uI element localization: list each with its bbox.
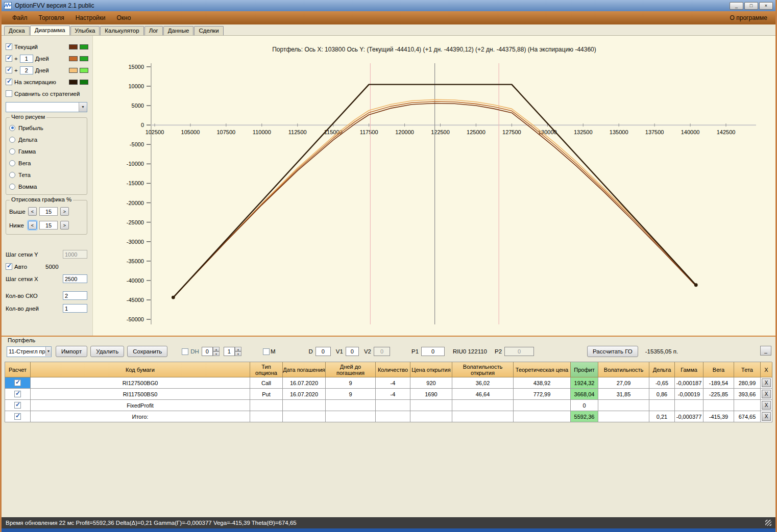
collapse-panel-button[interactable]: _ bbox=[760, 346, 771, 356]
radio-vega-icon[interactable] bbox=[9, 160, 15, 166]
plus1-color-swatch[interactable] bbox=[69, 56, 78, 61]
radio-vega[interactable]: Вега bbox=[9, 157, 84, 169]
cell-vol[interactable]: 27,09 bbox=[598, 377, 649, 389]
menu-window[interactable]: Окно bbox=[111, 13, 137, 23]
plus2-days-input[interactable] bbox=[20, 66, 33, 74]
grid-step-x-input[interactable] bbox=[63, 274, 87, 283]
cell-price[interactable]: 1690 bbox=[410, 389, 452, 400]
radio-delta-icon[interactable] bbox=[9, 137, 15, 143]
radio-gamma[interactable]: Гамма bbox=[9, 145, 84, 157]
maximize-button[interactable]: □ bbox=[744, 2, 758, 10]
dh1-down-button[interactable]: ▼ bbox=[213, 351, 220, 356]
cell-vega[interactable]: -415,39 bbox=[703, 411, 734, 422]
row-calc-checkbox[interactable] bbox=[14, 379, 21, 386]
cell-qty[interactable] bbox=[376, 411, 410, 422]
cell-theta[interactable]: 280,99 bbox=[734, 377, 761, 389]
cell-vega[interactable] bbox=[703, 400, 734, 411]
resize-grip-icon[interactable] bbox=[765, 520, 771, 526]
cell-delta[interactable]: -0,65 bbox=[649, 377, 675, 389]
radio-theta[interactable]: Тета bbox=[9, 169, 84, 181]
p1-input[interactable] bbox=[421, 347, 445, 356]
cell-theo[interactable] bbox=[514, 411, 571, 422]
below-decrease-button[interactable]: < bbox=[28, 221, 37, 230]
column-header[interactable]: X bbox=[761, 362, 772, 377]
column-header[interactable]: Профит bbox=[571, 362, 598, 377]
row-calc-cell[interactable] bbox=[5, 411, 31, 422]
chart-area[interactable]: Портфель: Ось X: 103800 Ось Y: (Текущий … bbox=[92, 36, 775, 336]
chevron-down-icon[interactable]: ▼ bbox=[79, 103, 87, 112]
cell-delta[interactable]: 0,86 bbox=[649, 389, 675, 400]
cell-code[interactable]: RI117500BS0 bbox=[31, 389, 250, 400]
radio-profit-icon[interactable] bbox=[9, 125, 15, 131]
row-calc-checkbox[interactable] bbox=[14, 391, 21, 397]
cell-price[interactable] bbox=[410, 400, 452, 411]
cell-vol_open[interactable]: 36,02 bbox=[452, 377, 514, 389]
cell-theta[interactable] bbox=[734, 400, 761, 411]
cell-vol_open[interactable]: 46,64 bbox=[452, 389, 514, 400]
days-count-input[interactable] bbox=[63, 304, 87, 313]
row-calc-cell[interactable] bbox=[5, 377, 31, 389]
cell-qty[interactable] bbox=[376, 400, 410, 411]
cell-vega[interactable]: -189,54 bbox=[703, 377, 734, 389]
delete-button[interactable]: Удалить bbox=[90, 346, 124, 357]
cell-qty[interactable]: -4 bbox=[376, 377, 410, 389]
cell-type[interactable]: Call bbox=[250, 377, 283, 389]
column-header[interactable]: Расчет bbox=[5, 362, 31, 377]
cell-delta[interactable]: 0,21 bbox=[649, 411, 675, 422]
expiration-checkbox[interactable] bbox=[6, 79, 12, 85]
minimize-button[interactable]: _ bbox=[730, 2, 743, 10]
auto-checkbox[interactable] bbox=[6, 263, 12, 270]
dh2-up-button[interactable]: ▲ bbox=[235, 347, 241, 351]
column-header[interactable]: Волатильность bbox=[598, 362, 649, 377]
cell-code[interactable]: FixedProfit bbox=[31, 400, 250, 411]
cell-profit[interactable]: 5592,36 bbox=[571, 411, 598, 422]
plus2-checkbox[interactable] bbox=[6, 67, 12, 73]
cell-type[interactable] bbox=[250, 400, 283, 411]
menu-settings[interactable]: Настройки bbox=[70, 13, 111, 23]
column-header[interactable]: Количество bbox=[376, 362, 410, 377]
calc-go-button[interactable]: Рассчитать ГО bbox=[587, 346, 638, 357]
cell-delta[interactable] bbox=[649, 400, 675, 411]
dh-value1-input[interactable] bbox=[202, 347, 213, 356]
tab-board[interactable]: Доска bbox=[4, 26, 30, 35]
below-increase-button[interactable]: > bbox=[60, 221, 69, 230]
cell-price[interactable]: 920 bbox=[410, 377, 452, 389]
column-header[interactable]: Код бумаги bbox=[31, 362, 250, 377]
cell-qty[interactable]: -4 bbox=[376, 389, 410, 400]
cell-date[interactable]: 16.07.2020 bbox=[283, 377, 326, 389]
m-checkbox[interactable] bbox=[263, 348, 270, 355]
current-checkbox[interactable] bbox=[6, 43, 12, 50]
cell-vol_open[interactable] bbox=[452, 400, 514, 411]
dh2-down-button[interactable]: ▼ bbox=[235, 351, 241, 356]
column-header[interactable]: Вега bbox=[703, 362, 734, 377]
close-button[interactable]: × bbox=[759, 2, 773, 10]
column-header[interactable]: Тип опциона bbox=[250, 362, 283, 377]
cell-days[interactable]: 9 bbox=[326, 377, 376, 389]
cell-gamma[interactable] bbox=[675, 400, 703, 411]
cell-profit[interactable]: 1924,32 bbox=[571, 377, 598, 389]
cell-vol[interactable]: 31,85 bbox=[598, 389, 649, 400]
row-delete-button[interactable]: X bbox=[762, 390, 771, 398]
current-color2-swatch[interactable] bbox=[80, 44, 88, 49]
dh-checkbox[interactable] bbox=[182, 348, 188, 355]
cell-days[interactable]: 9 bbox=[326, 389, 376, 400]
cell-price[interactable] bbox=[410, 411, 452, 422]
cell-date[interactable]: 16.07.2020 bbox=[283, 389, 326, 400]
menu-trading[interactable]: Торговля bbox=[33, 13, 70, 23]
below-value-input[interactable] bbox=[39, 221, 58, 230]
expiration-color2-swatch[interactable] bbox=[80, 80, 88, 85]
column-header[interactable]: Волатильность открытия bbox=[452, 362, 514, 377]
payoff-chart[interactable]: 150001000050000-5000-10000-15000-20000-2… bbox=[93, 55, 775, 333]
tab-smile[interactable]: Улыбка bbox=[70, 26, 100, 35]
plus1-days-input[interactable] bbox=[20, 55, 33, 63]
column-header[interactable]: Дельта bbox=[649, 362, 675, 377]
cell-theo[interactable]: 438,92 bbox=[514, 377, 571, 389]
plus1-checkbox[interactable] bbox=[6, 55, 12, 62]
dh-value2-input[interactable] bbox=[224, 347, 235, 356]
column-header[interactable]: Цена открытия bbox=[410, 362, 452, 377]
column-header[interactable]: Тета bbox=[734, 362, 761, 377]
radio-delta[interactable]: Дельта bbox=[9, 134, 84, 145]
current-color-swatch[interactable] bbox=[69, 44, 78, 49]
menu-file[interactable]: Файл bbox=[7, 13, 33, 23]
radio-vomma-icon[interactable] bbox=[9, 184, 15, 190]
